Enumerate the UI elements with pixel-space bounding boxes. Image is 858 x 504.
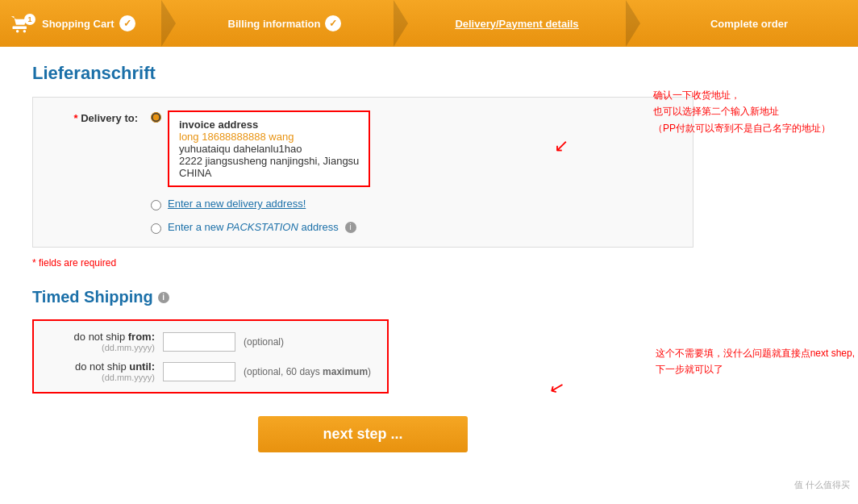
annotation-delivery: 确认一下收货地址，也可以选择第二个输入新地址（PP付款可以寄到不是自己名字的地址… bbox=[653, 87, 831, 136]
annotation-shipping: 这个不需要填，没什么问题就直接点next shep,下一步就可以了 bbox=[656, 345, 855, 378]
step-delivery-payment[interactable]: Delivery/Payment details bbox=[408, 0, 626, 47]
step2-checkmark: ✓ bbox=[325, 15, 341, 31]
invoice-address-option: invoice address long 18688888888 wang yu… bbox=[151, 110, 370, 187]
timed-info-icon[interactable]: i bbox=[158, 292, 169, 303]
next-step-wrap: next step ... bbox=[32, 416, 693, 452]
step-shopping-cart-label: Shopping Cart bbox=[42, 18, 115, 30]
delivery-label: Delivery to: bbox=[81, 112, 138, 124]
packstation-info-icon[interactable]: i bbox=[345, 222, 356, 233]
progress-bar: 1 Shopping Cart ✓ Billing information ✓ … bbox=[0, 0, 858, 47]
step-billing-info[interactable]: Billing information ✓ bbox=[176, 0, 394, 47]
step-delivery-label: Delivery/Payment details bbox=[455, 18, 578, 30]
svg-point-1 bbox=[16, 30, 19, 33]
ship-until-sublabel: (dd.mm.yyyy) bbox=[50, 373, 155, 382]
ship-from-input[interactable] bbox=[163, 332, 235, 352]
step-billing-label: Billing information bbox=[228, 18, 321, 30]
invoice-address-box: invoice address long 18688888888 wang yu… bbox=[168, 110, 370, 187]
required-note: * fields are required bbox=[32, 257, 693, 269]
ship-until-label: do not ship until: bbox=[50, 360, 155, 373]
timed-shipping-section: Timed Shipping i do not ship from: (dd.m… bbox=[32, 288, 693, 394]
new-address-radio[interactable] bbox=[151, 200, 161, 210]
next-step-button[interactable]: next step ... bbox=[258, 416, 467, 452]
new-address-option: Enter a new delivery address! bbox=[151, 197, 370, 210]
ship-from-row: do not ship from: (dd.mm.yyyy) (optional… bbox=[50, 331, 371, 352]
packstation-italic: PACKSTATION bbox=[227, 221, 298, 233]
packstation-radio[interactable] bbox=[151, 223, 161, 234]
svg-rect-0 bbox=[13, 27, 27, 30]
lieferanschrift-title: Lieferanschrift bbox=[32, 63, 693, 84]
step-shopping-cart[interactable]: 1 Shopping Cart ✓ bbox=[0, 0, 161, 47]
delivery-form: * Delivery to: invoice address long 1868… bbox=[32, 97, 693, 248]
invoice-address-radio[interactable] bbox=[151, 112, 161, 123]
addr-label: invoice address bbox=[179, 119, 359, 131]
annotation-arrow-1: ↙ bbox=[554, 135, 569, 156]
step-complete-order[interactable]: Complete order bbox=[640, 0, 858, 47]
delivery-options: invoice address long 18688888888 wang yu… bbox=[151, 110, 370, 234]
timed-shipping-title: Timed Shipping i bbox=[32, 288, 693, 306]
addr-line1: long 18688888888 wang bbox=[179, 131, 359, 143]
ship-from-optional: (optional) bbox=[244, 336, 284, 348]
step1-checkmark: ✓ bbox=[119, 15, 135, 31]
lieferanschrift-section: Lieferanschrift * Delivery to: invoice a… bbox=[32, 63, 693, 269]
step-complete-label: Complete order bbox=[710, 18, 788, 30]
ship-from-label: do not ship from: bbox=[50, 331, 155, 343]
ship-until-input[interactable] bbox=[163, 362, 235, 381]
packstation-prefix: Enter a new PACKSTATION address bbox=[168, 221, 339, 233]
ship-from-sublabel: (dd.mm.yyyy) bbox=[50, 343, 155, 352]
new-address-link[interactable]: Enter a new delivery address! bbox=[168, 198, 306, 210]
timed-shipping-box: do not ship from: (dd.mm.yyyy) (optional… bbox=[32, 319, 389, 394]
addr-line2: yuhuataiqu dahelanlu1hao bbox=[179, 143, 359, 155]
cart-icon: 1 bbox=[10, 12, 32, 35]
svg-point-2 bbox=[23, 30, 27, 33]
packstation-option: Enter a new PACKSTATION address i bbox=[151, 220, 370, 234]
required-star: * bbox=[74, 112, 81, 124]
cart-badge: 1 bbox=[24, 14, 35, 25]
addr-line3: 2222 jiangsusheng nanjingshi, Jiangsu bbox=[179, 155, 359, 167]
addr-line4: CHINA bbox=[179, 167, 359, 179]
ship-until-row: do not ship until: (dd.mm.yyyy) (optiona… bbox=[50, 360, 371, 382]
ship-until-optional: (optional, 60 days maximum) bbox=[244, 366, 371, 377]
